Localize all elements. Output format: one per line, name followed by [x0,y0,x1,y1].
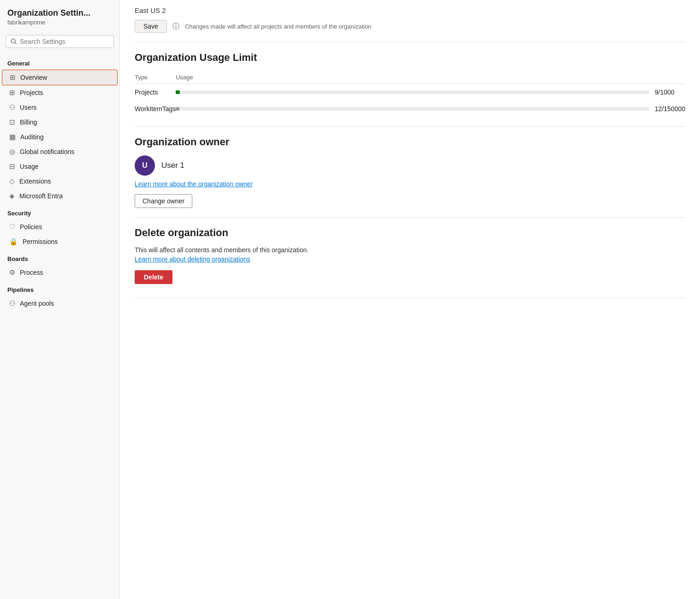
extensions-icon: ◇ [9,177,15,185]
owner-row: U User 1 [135,155,685,176]
sidebar-item-billing[interactable]: ⊡ Billing [2,115,118,130]
search-icon [11,38,17,45]
sidebar-item-label: Usage [20,163,38,170]
sidebar-item-label: Overview [20,74,47,81]
svg-line-1 [15,42,16,44]
search-input[interactable] [20,38,109,45]
agent-pools-icon: ⚇ [9,299,15,308]
change-owner-button[interactable]: Change owner [135,194,192,208]
usage-table: Type Usage Projects 9/1000 WorkItemT [135,71,685,117]
usage-limit-section: Organization Usage Limit Type Usage Proj… [135,52,685,117]
sidebar-item-label: Agent pools [20,300,54,307]
sidebar-item-usage[interactable]: ⊟ Usage [2,159,118,174]
delete-title: Delete organization [135,227,685,239]
search-box[interactable] [6,35,114,48]
table-row: Projects 9/1000 [135,84,685,101]
sidebar-title: Organization Settin... [0,0,119,19]
process-icon: ⚙ [9,268,15,277]
sidebar-item-label: Global notifications [20,148,74,155]
sidebar-item-label: Users [20,104,37,111]
save-info-icon: ⓘ [172,22,179,31]
col-count [649,71,685,84]
progress-bar-fill-projects [176,90,180,94]
sidebar-item-label: Billing [20,119,37,126]
usage-icon: ⊟ [9,162,15,171]
progress-bar-wrap-workitemtags [176,107,649,111]
sidebar-item-label: Microsoft Entra [19,192,63,200]
sidebar-item-overview[interactable]: ⊞ Overview [2,70,118,85]
delete-section: Delete organization This will affect all… [135,227,685,284]
save-notice: Changes made will affect all projects an… [185,23,371,30]
avatar: U [135,155,155,176]
row-progress-projects [176,84,649,101]
sidebar-item-label: Process [20,269,43,276]
save-button[interactable]: Save [135,20,167,33]
region-text: East US 2 [135,0,685,14]
row-type-workitemtags: WorkItemTags [135,101,176,117]
row-progress-workitemtags [176,101,649,117]
progress-bar-fill-workitemtags [176,107,179,111]
owner-name: User 1 [161,161,184,170]
row-count-projects: 9/1000 [649,84,685,101]
section-security: Security [0,203,119,219]
sidebar: Organization Settin... fabrikamprime Gen… [0,0,120,599]
owner-title: Organization owner [135,136,685,148]
sidebar-item-policies[interactable]: ♡ Policies [2,219,118,234]
projects-icon: ⊞ [9,89,15,97]
row-count-workitemtags: 12/150000 [649,101,685,117]
entra-icon: ◈ [9,192,15,200]
row-type-projects: Projects [135,84,176,101]
sidebar-item-label: Permissions [23,238,58,245]
sidebar-item-extensions[interactable]: ◇ Extensions [2,174,118,189]
sidebar-subtitle: fabrikamprime [0,19,119,31]
learn-more-owner-link[interactable]: Learn more about the organization owner [135,180,685,188]
progress-bar-wrap-projects [176,90,649,94]
divider-1 [135,42,685,42]
divider-3 [135,217,685,218]
usage-limit-title: Organization Usage Limit [135,52,685,64]
delete-button[interactable]: Delete [135,270,172,284]
sidebar-item-auditing[interactable]: ▦ Auditing [2,130,118,144]
section-pipelines: Pipelines [0,280,119,296]
delete-description: This will affect all contents and member… [135,246,685,254]
notifications-icon: ◎ [9,148,15,156]
section-boards: Boards [0,249,119,265]
sidebar-item-users[interactable]: ⚇ Users [2,100,118,115]
table-row: WorkItemTags 12/150000 [135,101,685,117]
col-type: Type [135,71,176,84]
sidebar-item-process[interactable]: ⚙ Process [2,265,118,280]
sidebar-item-projects[interactable]: ⊞ Projects [2,85,118,100]
users-icon: ⚇ [9,103,15,112]
sidebar-item-label: Extensions [19,178,51,185]
owner-section: Organization owner U User 1 Learn more a… [135,136,685,208]
learn-more-delete-link[interactable]: Learn more about deleting organizations [135,255,685,263]
sidebar-item-label: Policies [20,223,42,231]
permissions-icon: 🔒 [9,237,18,246]
sidebar-item-microsoft-entra[interactable]: ◈ Microsoft Entra [2,189,118,203]
billing-icon: ⊡ [9,118,15,126]
overview-icon: ⊞ [10,73,16,82]
divider-2 [135,126,685,127]
save-bar: Save ⓘ Changes made will affect all proj… [135,20,685,33]
sidebar-item-global-notifications[interactable]: ◎ Global notifications [2,144,118,159]
main-content: East US 2 Save ⓘ Changes made will affec… [120,0,700,599]
policies-icon: ♡ [9,223,15,231]
avatar-initials: U [142,161,148,170]
sidebar-item-agent-pools[interactable]: ⚇ Agent pools [2,296,118,311]
sidebar-item-label: Projects [20,89,43,96]
sidebar-item-label: Auditing [20,133,44,141]
divider-4 [135,298,685,298]
col-usage: Usage [176,71,649,84]
sidebar-item-permissions[interactable]: 🔒 Permissions [2,234,118,249]
section-general: General [0,53,119,70]
auditing-icon: ▦ [9,133,16,141]
